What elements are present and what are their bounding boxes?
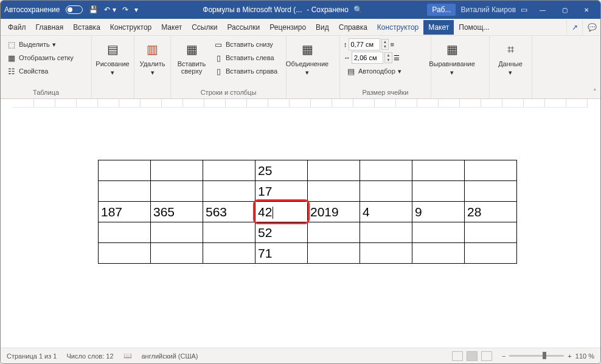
print-layout-button[interactable]: [467, 351, 478, 361]
close-button[interactable]: ✕: [576, 2, 597, 17]
table-cell[interactable]: [99, 160, 151, 181]
table-cell[interactable]: [151, 222, 203, 243]
table-row[interactable]: 71: [99, 243, 517, 264]
table-cell[interactable]: [360, 243, 412, 264]
table-cell[interactable]: 17: [255, 181, 308, 202]
tab-home[interactable]: Главная: [31, 20, 69, 35]
table-cell[interactable]: 563: [203, 202, 255, 222]
tab-mailings[interactable]: Рассылки: [222, 20, 265, 35]
draw-button[interactable]: ▤Рисование▾: [96, 38, 130, 78]
insert-above-button[interactable]: ▦Вставить сверху: [175, 38, 209, 76]
table-cell[interactable]: 28: [465, 202, 517, 222]
table-cell[interactable]: 52: [255, 222, 308, 243]
table-cell[interactable]: [360, 222, 412, 243]
proofing-icon[interactable]: 📖: [123, 352, 132, 360]
tab-insert[interactable]: Вставка: [68, 20, 105, 35]
table-row[interactable]: 52: [99, 222, 517, 243]
height-input[interactable]: [349, 38, 380, 50]
distribute-rows-icon[interactable]: ≡: [390, 41, 394, 48]
table-cell[interactable]: [203, 222, 255, 243]
table-cell[interactable]: [99, 181, 151, 202]
doc-search-icon[interactable]: 🔍: [353, 5, 363, 14]
context-tab[interactable]: Раб...: [427, 4, 456, 16]
properties-button[interactable]: ☷Свойства: [4, 65, 76, 77]
zoom-slider[interactable]: [509, 355, 564, 357]
table-cell[interactable]: [360, 181, 412, 202]
data-button[interactable]: ⌗Данные▾: [493, 38, 527, 78]
tab-view[interactable]: Вид: [311, 20, 334, 35]
maximize-button[interactable]: ▢: [554, 2, 575, 17]
table-cell[interactable]: [412, 160, 465, 181]
table-cell[interactable]: 365: [151, 202, 203, 222]
table-cell[interactable]: [308, 243, 360, 264]
zoom-in-button[interactable]: +: [568, 352, 571, 360]
redo-icon[interactable]: ↷: [122, 5, 128, 14]
table-cell[interactable]: [412, 243, 465, 264]
autosave-toggle[interactable]: [66, 5, 83, 14]
table-cell[interactable]: [203, 160, 255, 181]
word-count[interactable]: Число слов: 12: [66, 352, 113, 360]
select-button[interactable]: ⬚Выделить ▾: [4, 38, 76, 50]
undo-icon[interactable]: ↶ ▾: [104, 5, 116, 14]
insert-below-button[interactable]: ▭Вставить снизу: [211, 38, 280, 50]
qat-more-icon[interactable]: ▾: [134, 5, 138, 14]
zoom-level[interactable]: 110 %: [575, 352, 594, 360]
minimize-button[interactable]: —: [532, 2, 553, 17]
table-cell[interactable]: [308, 222, 360, 243]
page-indicator[interactable]: Страница 1 из 1: [7, 352, 57, 360]
collapse-ribbon-icon[interactable]: ˄: [593, 88, 597, 96]
table-cell[interactable]: 71: [255, 243, 308, 264]
table-cell[interactable]: [99, 222, 151, 243]
table-cell[interactable]: [203, 243, 255, 264]
width-stepper[interactable]: ▲▼: [384, 52, 392, 63]
width-input[interactable]: [352, 52, 383, 64]
table-cell[interactable]: [151, 160, 203, 181]
zoom-out-button[interactable]: −: [502, 352, 505, 360]
user-name[interactable]: Виталий Каиров: [460, 5, 516, 14]
document-table[interactable]: 251718736556342201949285271: [98, 160, 517, 264]
table-cell[interactable]: [465, 160, 517, 181]
tab-layout[interactable]: Макет: [156, 20, 187, 35]
table-cell[interactable]: 2019: [308, 202, 360, 222]
table-cell[interactable]: [360, 160, 412, 181]
delete-button[interactable]: ▥Удалить▾: [138, 38, 167, 78]
table-cell[interactable]: 25: [255, 160, 308, 181]
table-cell[interactable]: [308, 181, 360, 202]
share-button[interactable]: ↗: [566, 20, 582, 35]
web-layout-button[interactable]: [481, 351, 492, 361]
tab-tellme[interactable]: Помощ...: [454, 20, 494, 35]
table-cell[interactable]: [151, 243, 203, 264]
insert-right-button[interactable]: ▯Вставить справа: [211, 65, 280, 77]
table-row[interactable]: 25: [99, 160, 517, 181]
tab-table-layout[interactable]: Макет: [423, 20, 454, 35]
table-cell[interactable]: [412, 181, 465, 202]
tab-file[interactable]: Файл: [3, 20, 31, 35]
table-cell[interactable]: [465, 181, 517, 202]
table-row[interactable]: 17: [99, 181, 517, 202]
table-cell[interactable]: [308, 160, 360, 181]
tab-help[interactable]: Справка: [334, 20, 372, 35]
comments-button[interactable]: 💬: [582, 20, 598, 35]
table-row[interactable]: 1873655634220194928: [99, 202, 517, 222]
table-cell[interactable]: 4: [360, 202, 412, 222]
save-icon[interactable]: 💾: [89, 5, 98, 14]
merge-button[interactable]: ▦Объединение▾: [290, 38, 324, 78]
document-area[interactable]: 251718736556342201949285271: [1, 99, 600, 348]
tab-review[interactable]: Рецензиро: [265, 20, 311, 35]
tab-design[interactable]: Конструктор: [105, 20, 156, 35]
height-stepper[interactable]: ▲▼: [381, 39, 389, 50]
table-cell[interactable]: [412, 222, 465, 243]
distribute-cols-icon[interactable]: ☰: [394, 54, 400, 62]
table-cell[interactable]: [203, 181, 255, 202]
alignment-button[interactable]: ▦Выравнивание▾: [435, 38, 469, 78]
table-cell[interactable]: 42: [255, 202, 308, 222]
view-gridlines-button[interactable]: ▦Отобразить сетку: [4, 52, 76, 64]
table-cell[interactable]: 187: [99, 202, 151, 222]
table-cell[interactable]: [465, 243, 517, 264]
tab-table-design[interactable]: Конструктор: [372, 20, 423, 35]
tab-references[interactable]: Ссылки: [187, 20, 222, 35]
ribbon-display-icon[interactable]: ▭: [521, 5, 527, 14]
insert-left-button[interactable]: ▯Вставить слева: [211, 52, 280, 64]
table-cell[interactable]: 9: [412, 202, 465, 222]
table-cell[interactable]: [99, 243, 151, 264]
